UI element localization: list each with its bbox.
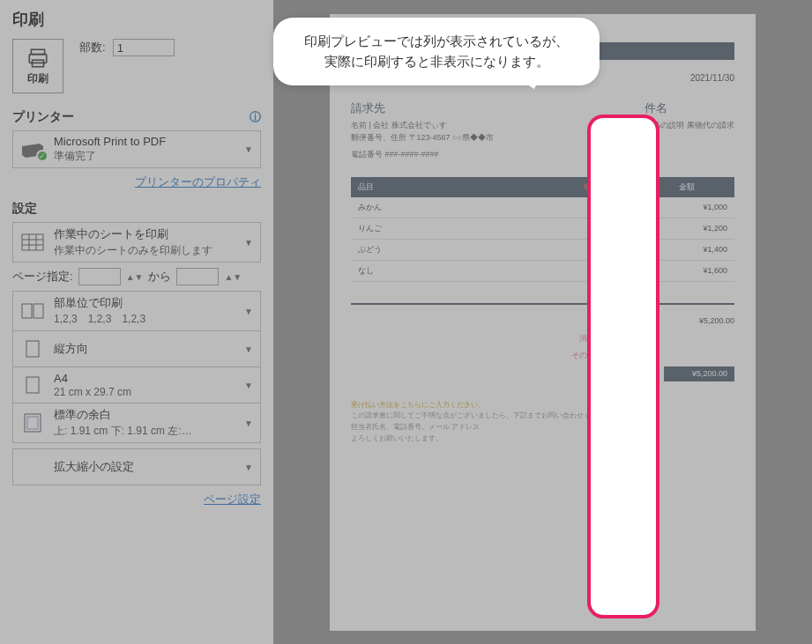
svg-rect-11 [26, 377, 39, 393]
table-row: りんご¥700¥1,200 [351, 218, 734, 239]
invoice-note1: 受け払い方法をこちらにご入力ください。 [351, 400, 734, 411]
invoice-table: 品目 単価 金額 みかん¥600¥1,000りんご¥700¥1,200ぶどう¥8… [351, 177, 734, 282]
chevron-down-icon: ▼ [244, 144, 253, 154]
th-amount: 金額 [638, 177, 734, 197]
checkmark-icon: ✓ [36, 150, 48, 162]
collate-title: 部単位で印刷 [54, 295, 235, 311]
other-label: その他費用 [540, 350, 611, 361]
invoice-note2: この請求書に関してご不明な点がございましたら、下記までお問い合わせください。 [351, 411, 734, 422]
page-to-label: から [148, 269, 171, 285]
page-icon [26, 376, 40, 394]
chevron-down-icon: ▼ [244, 463, 253, 472]
page-title: 印刷 [12, 9, 261, 30]
collate-selector[interactable]: 部単位で印刷 1,2,3 1,2,3 1,2,3 ▼ [12, 291, 261, 331]
svg-rect-3 [22, 234, 43, 250]
orientation-selector[interactable]: 縦方向 ▼ [12, 330, 261, 367]
collate-sub: 1,2,3 1,2,3 1,2,3 [54, 312, 235, 327]
page-from-input[interactable] [78, 268, 121, 285]
subtotal-value: ¥5,200.00 [664, 316, 734, 328]
print-button[interactable]: 印刷 [12, 39, 63, 93]
total-value: ¥5,200.00 [664, 366, 734, 381]
printer-section-header: プリンター [12, 109, 74, 125]
table-row: ぶどう¥800¥1,400 [351, 239, 734, 260]
bill-to-tel: 電話番号 ###-####-#### [351, 149, 494, 161]
chevron-down-icon: ▼ [244, 307, 253, 316]
printer-status: 準備完了 [54, 149, 235, 164]
paper-sub: 21 cm x 29.7 cm [54, 386, 235, 398]
scale-title: 拡大縮小の設定 [54, 459, 235, 475]
chevron-down-icon: ▼ [244, 381, 253, 390]
portrait-icon [26, 340, 40, 358]
table-row: みかん¥600¥1,000 [351, 197, 734, 218]
preview-page: 請求書 No. 100 2021/11/30 請求先 名前 | 会社 株式会社で… [330, 14, 756, 631]
print-what-title: 作業中のシートを印刷 [54, 226, 235, 242]
orientation-title: 縦方向 [54, 341, 235, 357]
margin-sub: 上: 1.91 cm 下: 1.91 cm 左:… [54, 424, 235, 439]
spinner-icon: ▲▼ [224, 272, 242, 282]
printer-selector[interactable]: ✓ Microsoft Print to PDF 準備完了 ▼ [12, 130, 261, 168]
invoice-note4: よろしくお願いいたします。 [351, 433, 734, 445]
chevron-down-icon: ▼ [244, 418, 253, 428]
total-label: 合計 [590, 366, 611, 381]
chevron-down-icon: ▼ [244, 344, 253, 354]
scale-selector[interactable]: 拡大縮小の設定 ▼ [12, 448, 261, 485]
printer-icon [25, 47, 51, 70]
table-row: なし¥900¥1,600 [351, 260, 734, 281]
page-range-label: ページ指定: [12, 269, 73, 285]
job-label: 件名 [644, 100, 734, 116]
paper-title: A4 [54, 372, 235, 385]
print-what-selector[interactable]: 作業中のシートを印刷 作業中のシートのみを印刷します ▼ [12, 222, 261, 263]
th-item: 品目 [351, 177, 543, 197]
th-price: 単価 [543, 177, 639, 197]
grid-icon [21, 233, 44, 251]
page-setup-link[interactable]: ページ設定 [204, 492, 261, 506]
svg-rect-9 [34, 304, 43, 318]
printer-properties-link[interactable]: プリンターのプロパティ [135, 175, 261, 189]
margin-icon [24, 413, 41, 433]
callout-annotation: 印刷プレビューでは列が表示されているが、 実際に印刷すると非表示になります。 [273, 18, 600, 85]
copies-input[interactable] [113, 39, 175, 56]
callout-line2: 実際に印刷すると非表示になります。 [294, 52, 578, 72]
svg-rect-13 [27, 417, 38, 429]
page-to-input[interactable] [176, 268, 219, 285]
chevron-down-icon: ▼ [244, 238, 253, 248]
printer-name: Microsoft Print to PDF [54, 135, 235, 148]
print-what-sub: 作業中のシートのみを印刷します [54, 243, 235, 258]
bill-to-label: 請求先 [351, 100, 494, 116]
invoice-note3: 担当者氏名、電話番号、メール アドレス [351, 422, 734, 433]
margin-selector[interactable]: 標準の余白 上: 1.91 cm 下: 1.91 cm 左:… ▼ [12, 403, 261, 443]
bill-to-addr: 郵便番号、住所 〒123-4567 ○○県◆◆市 [351, 132, 494, 144]
bill-to-name: 名前 | 会社 株式会社でぃす [351, 120, 494, 132]
collate-icon [21, 303, 44, 319]
subtotal-label: 小計 [540, 316, 611, 328]
spinner-icon: ▲▼ [126, 272, 144, 282]
callout-line1: 印刷プレビューでは列が表示されているが、 [294, 32, 578, 52]
job-desc: 製品の説明 果物代の請求 [644, 120, 734, 132]
info-icon[interactable]: ⓘ [250, 109, 261, 125]
copies-label: 部数: [79, 40, 106, 56]
margin-title: 標準の余白 [54, 407, 235, 423]
tax-label: 消費税率 [540, 333, 611, 344]
paper-selector[interactable]: A4 21 cm x 29.7 cm ▼ [12, 366, 261, 403]
svg-rect-8 [22, 304, 32, 318]
svg-rect-10 [26, 341, 39, 357]
print-button-label: 印刷 [27, 71, 48, 86]
settings-section-header: 設定 [12, 201, 37, 217]
